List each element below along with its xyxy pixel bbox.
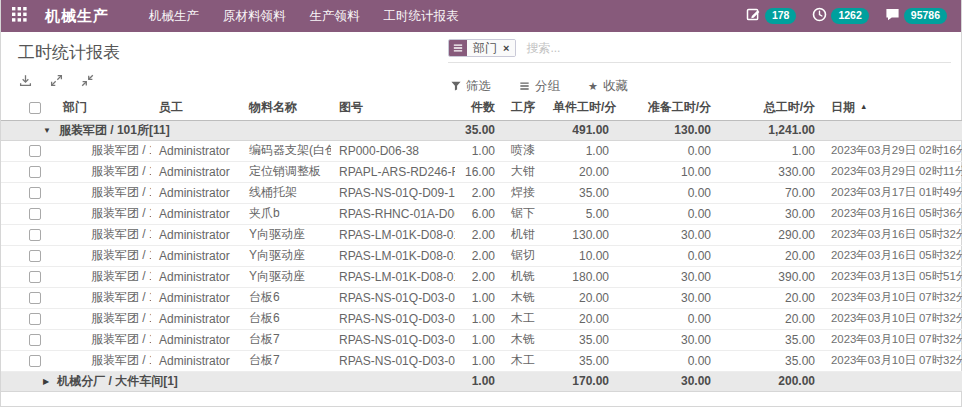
cell-employee: Administrator xyxy=(151,308,241,329)
table-row[interactable]: 服装军团 / 101所 Administrator 台板6 RPAS-NS-01… xyxy=(1,308,962,329)
group-caret-icon: ▼ xyxy=(43,126,51,135)
apps-menu-button[interactable] xyxy=(1,0,37,32)
cell-total-time: 35.00 xyxy=(719,350,823,371)
column-header-process[interactable]: 工序 xyxy=(503,95,545,120)
group-label: 服装军团 / 101所[11] xyxy=(59,123,170,137)
select-all-checkbox[interactable] xyxy=(29,102,41,114)
row-checkbox[interactable] xyxy=(29,229,41,241)
cell-employee: Administrator xyxy=(151,203,241,224)
table-row[interactable]: 服装军团 / 101所 Administrator Y向驱动座 RPAS-LM-… xyxy=(1,266,962,287)
row-checkbox[interactable] xyxy=(29,250,41,262)
cell-total-time: 20.00 xyxy=(719,245,823,266)
cell-department: 服装军团 / 101所 xyxy=(57,224,151,245)
cell-unit-time: 180.00 xyxy=(545,266,617,287)
menu-item-work-hours-report[interactable]: 工时统计报表 xyxy=(384,8,459,25)
search-options: 筛选 分组 ★ 收藏 xyxy=(451,78,628,95)
group-cell-process-empty xyxy=(503,371,545,391)
groupby-button[interactable]: 分组 xyxy=(519,78,560,95)
search-input[interactable] xyxy=(524,40,951,56)
row-checkbox[interactable] xyxy=(29,271,41,283)
cell-drawing-number: RPAPL-ARS-RD246-FA70-C-01-17-2 xyxy=(331,161,455,182)
cell-date: 2023年03月29日 02时11分44秒 xyxy=(823,161,962,182)
group-row[interactable]: ▶机械分厂 / 大件车间[1] 1.00 170.00 30.00 200.00 xyxy=(1,371,962,391)
cell-quantity: 1.00 xyxy=(455,308,503,329)
row-checkbox[interactable] xyxy=(29,313,41,325)
table-row[interactable]: 服装军团 / 101所 Administrator 台板7 RPAS-NS-01… xyxy=(1,329,962,350)
collapse-all-button[interactable] xyxy=(81,74,94,87)
cell-prep-time: 0.00 xyxy=(617,182,719,203)
row-checkbox[interactable] xyxy=(29,292,41,304)
column-header-material[interactable]: 物料名称 xyxy=(241,95,331,120)
export-download-button[interactable] xyxy=(19,74,32,87)
table-row[interactable]: 服装军团 / 101所 Administrator 台板7 RPAS-NS-01… xyxy=(1,350,962,371)
cell-prep-time: 0.00 xyxy=(617,308,719,329)
column-header-employee[interactable]: 员工 xyxy=(151,95,241,120)
column-header-drawing-number[interactable]: 图号 xyxy=(331,95,455,120)
table-row[interactable]: 服装军团 / 101所 Administrator 夹爪b RPAS-RHNC-… xyxy=(1,203,962,224)
column-header-department[interactable]: 部门 xyxy=(57,95,151,120)
row-checkbox[interactable] xyxy=(29,334,41,346)
table-row[interactable]: 服装军团 / 101所 Administrator 台板6 RPAS-NS-01… xyxy=(1,287,962,308)
favorites-button[interactable]: ★ 收藏 xyxy=(588,78,628,95)
systray-activities[interactable]: 1262 xyxy=(812,7,868,26)
cell-total-time: 35.00 xyxy=(719,329,823,350)
cell-process: 木铣 xyxy=(503,287,545,308)
table-row[interactable]: 服装军团 / 101所 Administrator Y向驱动座 RPAS-LM-… xyxy=(1,245,962,266)
column-header-unit-time[interactable]: 单件工时/分 xyxy=(545,95,617,120)
column-header-prep-time[interactable]: 准备工时/分 xyxy=(617,95,719,120)
cell-process: 焊接 xyxy=(503,182,545,203)
row-checkbox[interactable] xyxy=(29,355,41,367)
group-total-unit-time: 170.00 xyxy=(545,371,617,391)
filters-button[interactable]: 筛选 xyxy=(451,78,491,95)
group-total-prep-time: 130.00 xyxy=(617,120,719,140)
group-total-total-time: 200.00 xyxy=(719,371,823,391)
cell-drawing-number: RPAS-NS-01Q-D03-01-06 xyxy=(331,287,455,308)
cell-prep-time: 30.00 xyxy=(617,287,719,308)
cell-department: 服装军团 / 101所 xyxy=(57,287,151,308)
cell-employee: Administrator xyxy=(151,266,241,287)
menu-item-machinery-production[interactable]: 机械生产 xyxy=(149,8,199,25)
menu-item-production-picking[interactable]: 生产领料 xyxy=(310,8,360,25)
cell-prep-time: 0.00 xyxy=(617,140,719,161)
table-header-row: 部门 员工 物料名称 图号 件数 工序 单件工时/分 准备工时/分 总工时/分 … xyxy=(1,95,962,120)
cell-quantity: 2.00 xyxy=(455,182,503,203)
row-checkbox[interactable] xyxy=(29,187,41,199)
column-header-date[interactable]: 日期▲ xyxy=(823,95,962,120)
cell-unit-time: 10.00 xyxy=(545,245,617,266)
table-row[interactable]: 服装军团 / 101所 Administrator 编码器支架(白色) RP00… xyxy=(1,140,962,161)
cell-drawing-number: RPAS-NS-01Q-D03-01-06 xyxy=(331,308,455,329)
expand-all-button[interactable] xyxy=(50,74,63,87)
column-header-total-time[interactable]: 总工时/分 xyxy=(719,95,823,120)
cell-date: 2023年03月10日 07时32分43秒 xyxy=(823,308,962,329)
group-total-prep-time: 30.00 xyxy=(617,371,719,391)
cell-employee: Administrator xyxy=(151,329,241,350)
cell-quantity: 1.00 xyxy=(455,140,503,161)
row-checkbox[interactable] xyxy=(29,166,41,178)
cell-date: 2023年03月13日 05时51分10秒 xyxy=(823,266,962,287)
cell-prep-time: 10.00 xyxy=(617,161,719,182)
view-buttons xyxy=(19,74,94,87)
table-row[interactable]: 服装军团 / 101所 Administrator Y向驱动座 RPAS-LM-… xyxy=(1,224,962,245)
cell-total-time: 20.00 xyxy=(719,308,823,329)
systray-notes[interactable]: 178 xyxy=(746,7,797,26)
cell-quantity: 1.00 xyxy=(455,350,503,371)
app-window: 机械生产 机械生产 原材料领料 生产领料 工时统计报表 178 1262 xyxy=(0,0,962,407)
cell-process: 机钳 xyxy=(503,224,545,245)
row-checkbox[interactable] xyxy=(29,208,41,220)
cell-material: 夹爪b xyxy=(241,203,331,224)
table-row[interactable]: 服装军团 / 101所 Administrator 定位销调整板 RPAPL-A… xyxy=(1,161,962,182)
group-row[interactable]: ▼服装军团 / 101所[11] 35.00 491.00 130.00 1,2… xyxy=(1,120,962,140)
table-row[interactable]: 服装军团 / 101所 Administrator 线桶托架 RPAS-NS-0… xyxy=(1,182,962,203)
column-header-quantity[interactable]: 件数 xyxy=(455,95,503,120)
systray: 178 1262 95786 xyxy=(746,7,947,26)
app-title[interactable]: 机械生产 xyxy=(45,7,109,26)
systray-messages[interactable]: 95786 xyxy=(885,7,947,26)
cell-unit-time: 130.00 xyxy=(545,224,617,245)
row-checkbox[interactable] xyxy=(29,145,41,157)
facet-remove-icon[interactable]: × xyxy=(503,43,509,54)
cell-employee: Administrator xyxy=(151,161,241,182)
notes-count-badge: 178 xyxy=(765,8,797,24)
cell-process: 锯下 xyxy=(503,203,545,224)
cell-total-time: 70.00 xyxy=(719,182,823,203)
menu-item-raw-material-picking[interactable]: 原材料领料 xyxy=(223,8,286,25)
